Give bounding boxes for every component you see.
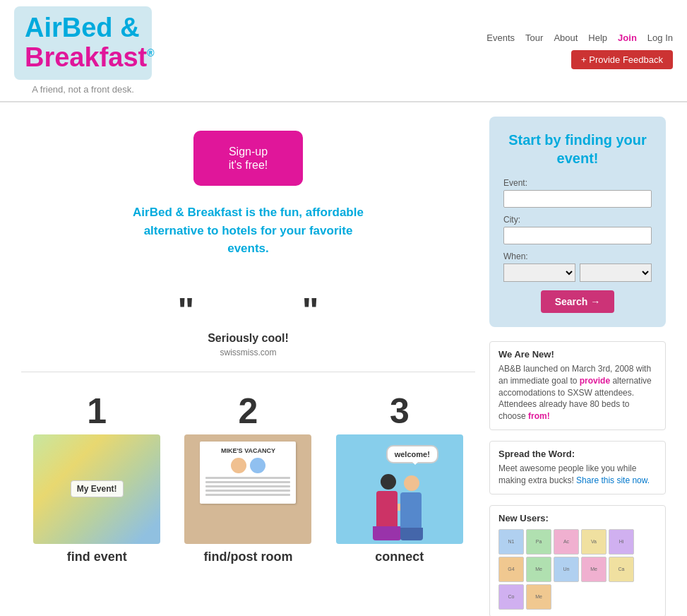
- content-area: Sign-up it's free! AirBed & Breakfast is…: [21, 117, 475, 616]
- header: AirBed & Breakfast® A friend, not a fron…: [0, 0, 687, 102]
- new-users-box: New Users: N1 Pa Ac Va Hi G4 Me Un Me Ca…: [489, 505, 666, 616]
- main-layout: Sign-up it's free! AirBed & Breakfast is…: [0, 102, 687, 616]
- logo-reg: ®: [147, 47, 154, 59]
- step-2-label: find/post room: [177, 550, 318, 564]
- logo-text: AirBed & Breakfast®: [25, 13, 141, 73]
- avatar-thumb[interactable]: Va: [581, 529, 607, 555]
- when-row: [503, 263, 652, 282]
- vacancy-line: [205, 477, 290, 479]
- step-3: 3 welcome!: [329, 393, 470, 564]
- event-field-group: Event:: [503, 178, 652, 208]
- connect-placeholder: welcome!: [336, 434, 463, 544]
- sidebar: Start by finding your event! Event: City…: [489, 117, 666, 616]
- nav-help[interactable]: Help: [588, 32, 607, 43]
- close-quote: ": [302, 293, 319, 328]
- map-label: My Event!: [71, 480, 124, 497]
- spread-word-text: Meet awesome people like you while makin…: [498, 463, 657, 487]
- we-are-new-box: We Are New! AB&B launched on March 3rd, …: [489, 341, 666, 430]
- steps-section: 1 My Event! find event 2 MIKE'S VACANCY: [21, 386, 475, 571]
- avatar-thumb[interactable]: Pa: [526, 529, 551, 555]
- divider: [21, 372, 475, 372]
- quote-source: swissmiss.com: [21, 348, 475, 357]
- nav-tour[interactable]: Tour: [525, 32, 543, 43]
- avatar-thumb[interactable]: Co: [498, 584, 524, 610]
- map-placeholder: My Event!: [33, 434, 160, 544]
- year-select[interactable]: [580, 263, 652, 282]
- logo-area: AirBed & Breakfast® A friend, not a fron…: [14, 6, 152, 95]
- step-3-num: 3: [329, 393, 470, 429]
- top-links: Events Tour About Help Join Log In: [486, 32, 673, 43]
- nav-login[interactable]: Log In: [647, 32, 673, 43]
- event-input[interactable]: [503, 190, 652, 208]
- avatar-thumb[interactable]: Ca: [609, 557, 634, 582]
- quote-section: " " Seriously cool! swissmiss.com: [21, 293, 475, 357]
- top-nav: Events Tour About Help Join Log In + Pro…: [486, 32, 673, 69]
- step-2-image: MIKE'S VACANCY: [184, 434, 311, 544]
- tagline: A friend, not a front desk.: [14, 84, 152, 95]
- avatar-thumb[interactable]: Me: [581, 557, 607, 582]
- step-1-label: find event: [26, 550, 167, 564]
- share-link[interactable]: Share this site now.: [576, 475, 650, 485]
- avatar-thumb[interactable]: N1: [498, 529, 524, 555]
- month-select[interactable]: [503, 263, 575, 282]
- avatar-thumb[interactable]: Me: [526, 584, 551, 610]
- avatar-thumb[interactable]: Ac: [554, 529, 579, 555]
- feedback-button[interactable]: + Provide Feedback: [571, 50, 673, 69]
- nav-join[interactable]: Join: [618, 32, 637, 43]
- city-label: City:: [503, 215, 652, 225]
- vacancy-line: [205, 494, 290, 496]
- signup-section: Sign-up it's free! AirBed & Breakfast is…: [21, 117, 475, 279]
- city-input[interactable]: [503, 227, 652, 244]
- search-button[interactable]: Search →: [541, 290, 615, 313]
- step-2: 2 MIKE'S VACANCY: [177, 393, 318, 564]
- vacancy-paper: MIKE'S VACANCY: [200, 442, 296, 504]
- vacancy-title: MIKE'S VACANCY: [205, 447, 290, 454]
- vacancy-line: [205, 490, 290, 492]
- when-label: When:: [503, 251, 652, 261]
- step-1-image: My Event!: [33, 434, 160, 544]
- vacancy-line: [205, 485, 290, 487]
- signup-sub-text: it's free!: [229, 158, 268, 172]
- avatar-thumb[interactable]: Hi: [609, 529, 634, 555]
- open-quote: ": [178, 293, 195, 328]
- step-3-label: connect: [329, 550, 470, 564]
- spread-word-title: Spread the Word:: [498, 449, 657, 459]
- logo-box: AirBed & Breakfast®: [14, 6, 152, 80]
- step-1-num: 1: [26, 393, 167, 429]
- city-field-group: City:: [503, 215, 652, 244]
- quote-marks: " ": [178, 293, 319, 328]
- vacancy-placeholder: MIKE'S VACANCY: [184, 434, 311, 544]
- signup-button[interactable]: Sign-up it's free!: [193, 131, 304, 186]
- main-tagline: AirBed & Breakfast is the fun, affordabl…: [125, 203, 372, 258]
- we-are-new-title: We Are New!: [498, 349, 657, 360]
- avatar-thumb[interactable]: Me: [526, 557, 551, 582]
- signup-main-text: Sign-up: [229, 145, 268, 158]
- event-label: Event:: [503, 178, 652, 188]
- find-event-title: Start by finding your event!: [503, 131, 652, 167]
- nav-events[interactable]: Events: [486, 32, 515, 43]
- nav-about[interactable]: About: [554, 32, 578, 43]
- logo-airbed: AirBed &: [25, 13, 140, 42]
- we-are-new-text: AB&B launched on March 3rd, 2008 with an…: [498, 363, 657, 422]
- avatar-thumb[interactable]: Un: [554, 557, 579, 582]
- new-users-title: New Users:: [498, 513, 657, 523]
- quote-text: Seriously cool!: [21, 332, 475, 345]
- step-3-image: welcome!: [336, 434, 463, 544]
- vacancy-line: [205, 481, 290, 483]
- logo-breakfast: Breakfast®: [25, 43, 141, 73]
- when-field-group: When:: [503, 251, 652, 282]
- avatar-thumb[interactable]: G4: [498, 557, 524, 582]
- welcome-bubble: welcome!: [386, 445, 438, 463]
- spread-word-box: Spread the Word: Meet awesome people lik…: [489, 441, 666, 494]
- avatar-grid: N1 Pa Ac Va Hi G4 Me Un Me Ca Co Me: [498, 529, 657, 610]
- find-event-box: Start by finding your event! Event: City…: [489, 117, 666, 327]
- step-2-num: 2: [177, 393, 318, 429]
- step-1: 1 My Event! find event: [26, 393, 167, 564]
